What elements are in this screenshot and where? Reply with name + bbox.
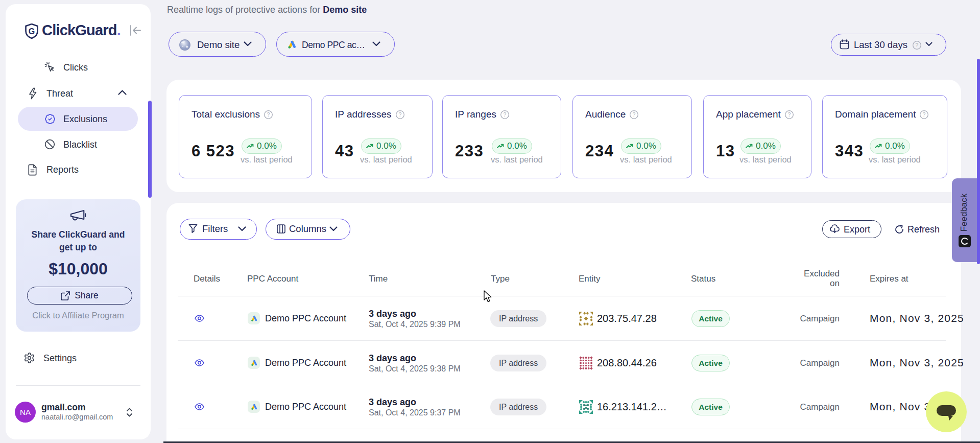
svg-text:G: G <box>29 27 35 36</box>
svg-text:?: ? <box>398 111 401 118</box>
svg-text:?: ? <box>267 111 270 118</box>
svg-text:?: ? <box>504 111 507 118</box>
svg-text:?: ? <box>923 111 926 118</box>
svg-text:?: ? <box>916 42 919 48</box>
svg-text:?: ? <box>787 111 791 118</box>
svg-text:?: ? <box>633 111 636 118</box>
